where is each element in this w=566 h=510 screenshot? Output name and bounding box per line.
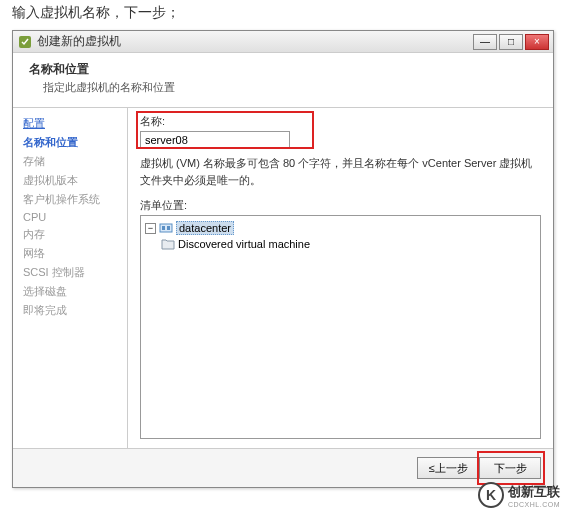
minimize-button[interactable]: — (473, 34, 497, 50)
name-label: 名称: (140, 114, 541, 129)
back-button[interactable]: ≤上一步 (417, 457, 479, 479)
app-icon (17, 34, 33, 50)
sidebar-item-name-location[interactable]: 名称和位置 (23, 133, 127, 152)
tree-node-discovered[interactable]: Discovered virtual machine (178, 238, 310, 250)
sidebar-item-scsi: SCSI 控制器 (23, 263, 127, 282)
window-controls: — □ × (473, 34, 549, 50)
sidebar-item-guest-os: 客户机操作系统 (23, 190, 127, 209)
inventory-tree[interactable]: − datacenter Discovered virtual machine (140, 215, 541, 439)
tree-node-datacenter[interactable]: datacenter (176, 221, 234, 235)
wizard-header: 名称和位置 指定此虚拟机的名称和位置 (13, 53, 553, 108)
svg-rect-3 (167, 226, 170, 230)
wizard-window: 创建新的虚拟机 — □ × 名称和位置 指定此虚拟机的名称和位置 配置 名称和位… (12, 30, 554, 488)
page-instruction: 输入虚拟机名称，下一步； (0, 0, 566, 26)
watermark: K 创新互联 CDCXHL.COM (478, 482, 560, 508)
sidebar-item-disk: 选择磁盘 (23, 282, 127, 301)
svg-rect-1 (160, 224, 172, 232)
watermark-sub: CDCXHL.COM (508, 501, 560, 508)
tree-collapse-icon[interactable]: − (145, 223, 156, 234)
sidebar-item-storage: 存储 (23, 152, 127, 171)
vm-name-input[interactable] (140, 131, 290, 149)
sidebar-item-config[interactable]: 配置 (23, 114, 127, 133)
watermark-logo-icon: K (478, 482, 504, 508)
datacenter-icon (159, 221, 173, 235)
svg-rect-2 (162, 226, 165, 230)
next-button[interactable]: 下一步 (479, 457, 541, 479)
close-button[interactable]: × (525, 34, 549, 50)
maximize-button[interactable]: □ (499, 34, 523, 50)
wizard-body: 配置 名称和位置 存储 虚拟机版本 客户机操作系统 CPU 内存 网络 SCSI… (13, 108, 553, 448)
sidebar-item-cpu: CPU (23, 209, 127, 225)
window-title: 创建新的虚拟机 (37, 33, 473, 50)
step-subtitle: 指定此虚拟机的名称和位置 (43, 80, 537, 95)
inventory-label: 清单位置: (140, 198, 541, 213)
wizard-sidebar: 配置 名称和位置 存储 虚拟机版本 客户机操作系统 CPU 内存 网络 SCSI… (13, 108, 128, 448)
sidebar-item-vm-version: 虚拟机版本 (23, 171, 127, 190)
titlebar: 创建新的虚拟机 — □ × (13, 31, 553, 53)
sidebar-item-network: 网络 (23, 244, 127, 263)
sidebar-item-memory: 内存 (23, 225, 127, 244)
watermark-brand: 创新互联 (508, 483, 560, 501)
name-hint: 虚拟机 (VM) 名称最多可包含 80 个字符，并且名称在每个 vCenter … (140, 155, 541, 188)
tree-row-discovered[interactable]: Discovered virtual machine (161, 236, 536, 252)
sidebar-item-ready: 即将完成 (23, 301, 127, 320)
tree-row-datacenter[interactable]: − datacenter (145, 220, 536, 236)
wizard-footer: ≤上一步 下一步 (13, 448, 553, 487)
step-title: 名称和位置 (29, 61, 537, 78)
folder-icon (161, 237, 175, 251)
main-panel: 名称: 虚拟机 (VM) 名称最多可包含 80 个字符，并且名称在每个 vCen… (128, 108, 553, 448)
